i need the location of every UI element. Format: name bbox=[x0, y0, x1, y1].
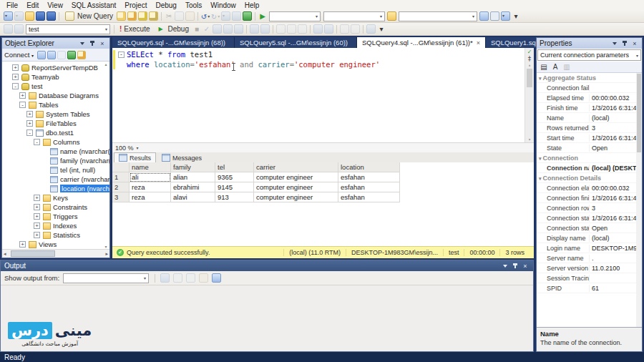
cut-icon[interactable]: ✂ bbox=[164, 11, 174, 21]
separator[interactable] bbox=[363, 25, 364, 34]
template-combo[interactable]: ▾ bbox=[399, 11, 477, 21]
tree-item[interactable]: - test bbox=[2, 82, 109, 91]
separator[interactable] bbox=[246, 25, 247, 34]
property-row[interactable]: SPID 61 bbox=[537, 283, 642, 293]
oe-filter-icon[interactable] bbox=[57, 51, 66, 59]
property-value[interactable]: (local) (DESKTOP-1M bbox=[590, 165, 642, 172]
include-actual-plan-icon[interactable] bbox=[250, 24, 259, 34]
row-selector-header[interactable] bbox=[112, 162, 130, 172]
property-row[interactable]: Connection finis 1/3/2016 6:31:49 PM bbox=[537, 193, 642, 203]
tree-item[interactable]: location (nvarchar bbox=[2, 184, 109, 193]
available-databases-icon[interactable] bbox=[4, 24, 13, 34]
scroll-down-icon[interactable]: ▾ bbox=[525, 137, 534, 142]
separator[interactable] bbox=[197, 12, 198, 21]
column-header[interactable]: tel bbox=[215, 162, 254, 172]
column-header[interactable]: family bbox=[171, 162, 215, 172]
oe-disconnect-icon[interactable] bbox=[37, 51, 46, 59]
pin-icon[interactable] bbox=[620, 39, 629, 47]
parse-icon[interactable]: ✓ bbox=[202, 24, 212, 34]
scroll-up-icon[interactable]: ▴ bbox=[525, 62, 534, 67]
column-header[interactable]: name bbox=[130, 162, 171, 172]
save-all-icon[interactable] bbox=[47, 11, 56, 21]
decrease-indent-icon[interactable] bbox=[340, 24, 349, 34]
property-value[interactable]: (local) bbox=[590, 114, 642, 122]
property-row[interactable]: Name (local) bbox=[537, 113, 642, 123]
dmx-query-icon[interactable] bbox=[138, 11, 147, 21]
document-tab[interactable]: SQLQuery6.sql -...GM\essijnjn (68)) bbox=[112, 37, 235, 48]
tree-item[interactable]: + ReportServerTempDB bbox=[2, 63, 109, 72]
menu-item[interactable]: Edit bbox=[22, 1, 43, 10]
tree-expander-icon[interactable]: - bbox=[26, 129, 33, 136]
tree-expander-icon[interactable]: - bbox=[12, 83, 19, 89]
specify-template-values-icon[interactable] bbox=[479, 11, 489, 21]
property-row[interactable]: State Open bbox=[537, 143, 642, 153]
scrollbar-thumb[interactable] bbox=[637, 74, 641, 152]
database-combo[interactable]: test▾ bbox=[26, 24, 110, 34]
scrollbar-thumb[interactable] bbox=[11, 250, 55, 257]
oe-delete-icon[interactable] bbox=[77, 51, 86, 59]
object-explorer-titlebar[interactable]: Object Explorer × bbox=[2, 38, 109, 49]
property-value[interactable]: 00:00:00.032 bbox=[590, 185, 642, 192]
results-to-text-icon[interactable] bbox=[276, 24, 286, 34]
editor-vertical-scrollbar[interactable]: ✓ ‡ ▴ ▾ bbox=[525, 48, 534, 142]
cell-name[interactable]: reza bbox=[130, 192, 171, 202]
pin-icon[interactable] bbox=[511, 262, 519, 270]
results-to-grid-icon[interactable] bbox=[287, 24, 296, 34]
save-icon[interactable] bbox=[36, 11, 45, 21]
tree-item[interactable]: + System Tables bbox=[2, 109, 109, 119]
cell-name[interactable]: reza bbox=[130, 182, 171, 192]
tab-close-icon[interactable]: × bbox=[477, 39, 480, 47]
tree-item[interactable]: + Indexes bbox=[2, 221, 109, 230]
separator[interactable] bbox=[161, 12, 162, 21]
toolbar-combo-2[interactable]: ▾ bbox=[323, 11, 385, 21]
property-row[interactable]: Finish time 1/3/2016 6:31:49 PM bbox=[537, 103, 642, 113]
tree-expander-icon[interactable]: + bbox=[34, 204, 40, 210]
comment-out-icon[interactable] bbox=[313, 24, 323, 34]
database-engine-query-icon[interactable] bbox=[117, 11, 126, 21]
tree-expander-icon[interactable]: - bbox=[19, 102, 26, 108]
property-value[interactable]: DESKTOP-1M983GM bbox=[590, 245, 642, 252]
property-row[interactable]: Connection stat Open bbox=[537, 223, 642, 233]
navigate-forward-icon[interactable] bbox=[232, 11, 241, 21]
tree-vertical-scrollbar[interactable]: ▴▾ bbox=[102, 62, 109, 249]
property-row[interactable]: Connection elap 00:00:00.032 bbox=[537, 183, 642, 193]
tree-expander-icon[interactable]: + bbox=[26, 111, 33, 117]
scrollbar-thumb[interactable] bbox=[527, 69, 532, 87]
scroll-left-icon[interactable]: ◂ bbox=[2, 251, 8, 257]
menu-item[interactable]: File bbox=[2, 1, 22, 10]
cell-location[interactable]: esfahan bbox=[338, 192, 400, 202]
column-header[interactable]: carrier bbox=[254, 162, 338, 172]
mdx-query-icon[interactable] bbox=[127, 11, 137, 21]
template-params-icon[interactable] bbox=[490, 11, 499, 21]
template-explorer-folder-icon[interactable] bbox=[387, 11, 396, 21]
property-value[interactable]: 3 bbox=[590, 205, 642, 212]
find-message-icon[interactable] bbox=[160, 273, 170, 283]
properties-titlebar[interactable]: Properties × bbox=[537, 38, 642, 49]
tree-expander-icon[interactable]: + bbox=[12, 64, 19, 71]
sqlcmd-mode-icon[interactable] bbox=[366, 24, 376, 34]
property-row[interactable]: Rows returned 3 bbox=[537, 123, 642, 133]
menu-item[interactable]: Help bbox=[240, 1, 264, 10]
clear-all-icon[interactable] bbox=[199, 273, 208, 283]
split-handle-icon[interactable]: ‡ bbox=[525, 55, 534, 62]
navigate-back-icon[interactable] bbox=[221, 11, 230, 21]
property-value[interactable]: 1/3/2016 6:31:49 PM bbox=[590, 134, 642, 142]
tree-horizontal-scrollbar[interactable]: ◂ ▸ bbox=[2, 249, 109, 258]
new-query-button[interactable]: New Query bbox=[62, 11, 116, 21]
property-row[interactable]: Display name (local) bbox=[537, 233, 642, 243]
pin-icon[interactable] bbox=[88, 39, 97, 47]
properties-scrollbar[interactable] bbox=[636, 73, 642, 327]
row-number[interactable]: 1 bbox=[112, 172, 130, 182]
close-icon[interactable]: × bbox=[630, 39, 639, 47]
tree-expander-icon[interactable]: + bbox=[26, 120, 33, 127]
close-icon[interactable]: × bbox=[521, 262, 530, 270]
tree-item[interactable]: + Views bbox=[2, 240, 109, 249]
separator[interactable] bbox=[336, 25, 337, 34]
execute-button[interactable]: ! Execute bbox=[117, 25, 152, 33]
query-options-icon[interactable] bbox=[223, 24, 233, 34]
disconnect-icon[interactable] bbox=[14, 11, 24, 21]
tree-expander-icon[interactable]: + bbox=[34, 213, 40, 220]
display-estimated-plan-icon[interactable] bbox=[213, 24, 222, 34]
uncomment-icon[interactable] bbox=[324, 24, 333, 34]
property-value[interactable]: Open bbox=[590, 225, 642, 232]
